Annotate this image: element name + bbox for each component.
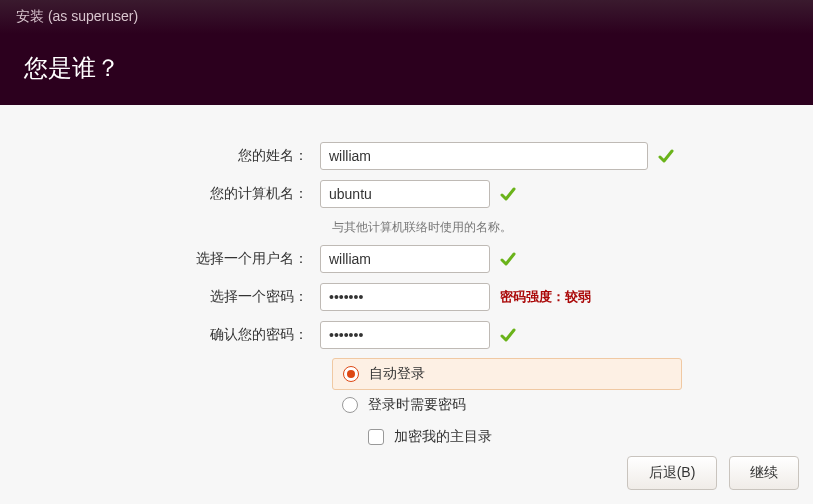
radio-icon (343, 366, 359, 382)
radio-auto-login[interactable]: 自动登录 (332, 358, 682, 390)
check-icon (658, 148, 674, 164)
footer-buttons: 后退(B) 继续 (627, 456, 799, 490)
computer-hint: 与其他计算机联络时使用的名称。 (332, 217, 813, 244)
check-icon (500, 251, 516, 267)
computer-name-input[interactable] (320, 180, 490, 208)
window-titlebar: 安装 (as superuser) (0, 0, 813, 34)
username-input[interactable] (320, 245, 490, 273)
label-name: 您的姓名： (0, 147, 320, 165)
radio-require-password[interactable]: 登录时需要密码 (332, 390, 682, 420)
page-header: 您是谁？ (0, 34, 813, 106)
name-input[interactable] (320, 142, 648, 170)
checkbox-encrypt-home[interactable]: 加密我的主目录 (332, 420, 813, 452)
checkbox-label: 加密我的主目录 (394, 428, 492, 446)
radio-icon (342, 397, 358, 413)
password-strength: 密码强度：较弱 (500, 288, 591, 306)
confirm-password-input[interactable] (320, 321, 490, 349)
login-options: 自动登录 登录时需要密码 加密我的主目录 (332, 358, 813, 452)
continue-button[interactable]: 继续 (729, 456, 799, 490)
window-title: 安装 (as superuser) (16, 8, 138, 26)
radio-label: 登录时需要密码 (368, 396, 466, 414)
check-icon (500, 327, 516, 343)
label-username: 选择一个用户名： (0, 250, 320, 268)
password-input[interactable] (320, 283, 490, 311)
back-button[interactable]: 后退(B) (627, 456, 717, 490)
check-icon (500, 186, 516, 202)
label-computer: 您的计算机名： (0, 185, 320, 203)
label-confirm: 确认您的密码： (0, 326, 320, 344)
page-title: 您是谁？ (24, 54, 120, 81)
checkbox-icon (368, 429, 384, 445)
form-area: 您的姓名： 您的计算机名： 与其他计算机联络时使用的名称。 选择一个用户名： 选… (0, 105, 813, 504)
radio-label: 自动登录 (369, 365, 425, 383)
label-password: 选择一个密码： (0, 288, 320, 306)
